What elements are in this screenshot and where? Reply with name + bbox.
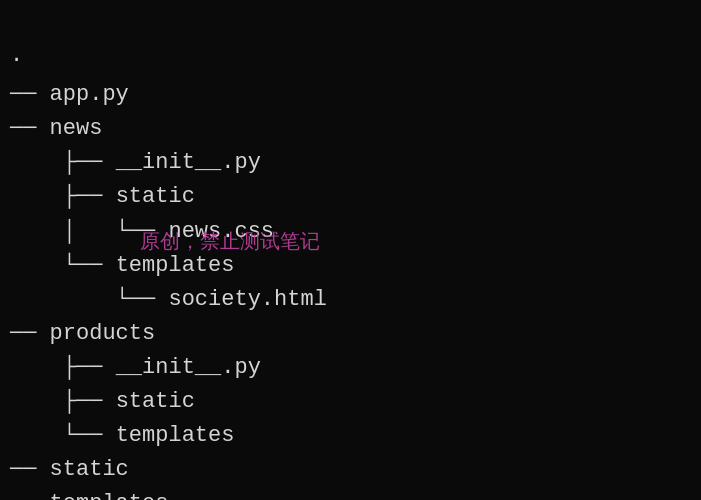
tree-line-news-tpl: └── templates (10, 249, 701, 283)
tree-prefix: ── (10, 317, 50, 351)
tree-prefix: │ └── (10, 215, 168, 249)
tree-line-app-py: ── app.py (10, 78, 701, 112)
tree-node-name: templates (116, 249, 235, 283)
tree-node-name: templates (116, 419, 235, 453)
tree-node-name: news (50, 112, 103, 146)
tree-node-name: news.css (168, 215, 274, 249)
tree-prefix: └── (10, 419, 116, 453)
tree-prefix: └── (10, 283, 168, 317)
tree-line-news-css: │ └── news.css (10, 215, 701, 249)
tree-prefix: └── (10, 249, 116, 283)
tree-prefix: ── (10, 112, 50, 146)
tree-prefix: ├── (10, 146, 116, 180)
tree-node-name: __init__.py (116, 351, 261, 385)
tree-line-prod-static: ├── static (10, 385, 701, 419)
tree-prefix: ├── (10, 351, 116, 385)
tree-line-templates: ── templates (10, 487, 701, 500)
tree-node-name: products (50, 317, 156, 351)
tree-line-static: ── static (10, 453, 701, 487)
tree-line-news-init: ├── __init__.py (10, 146, 701, 180)
tree-line-prod-init: ├── __init__.py (10, 351, 701, 385)
tree-line-society-html: └── society.html (10, 283, 701, 317)
tree-node-name: static (116, 180, 195, 214)
tree-line-products: ── products (10, 317, 701, 351)
tree-prefix: ── (10, 453, 50, 487)
tree-line-prod-tpl: └── templates (10, 419, 701, 453)
tree-node-name: app.py (50, 78, 129, 112)
tree-node-name: templates (50, 487, 169, 500)
tree-node-name: · (10, 44, 23, 78)
tree-node-name: static (50, 453, 129, 487)
tree-line-news-static: ├── static (10, 180, 701, 214)
tree-prefix: ── (10, 487, 50, 500)
tree-prefix: ├── (10, 385, 116, 419)
tree-node-name: __init__.py (116, 146, 261, 180)
tree-prefix: ├── (10, 180, 116, 214)
tree-node-name: static (116, 385, 195, 419)
tree-line-dot: · (10, 44, 701, 78)
tree-line-news: ── news (10, 112, 701, 146)
tree-prefix: ── (10, 78, 50, 112)
tree-node-name: society.html (168, 283, 326, 317)
file-tree: ·── app.py── news ├── __init__.py ├── st… (10, 10, 701, 500)
